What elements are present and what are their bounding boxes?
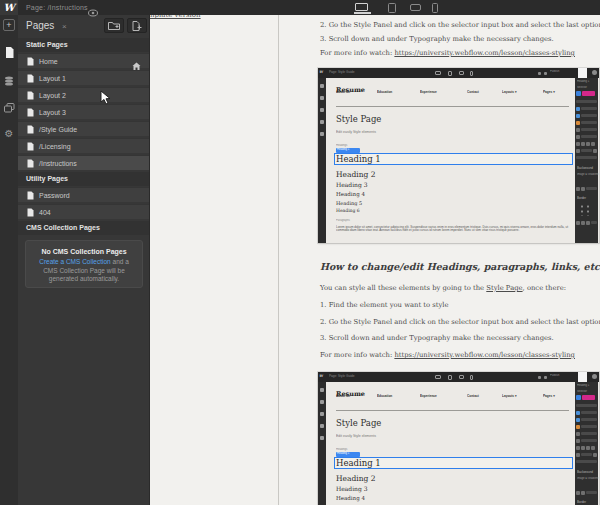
utility-pages-header: Utility Pages <box>18 172 149 186</box>
shot-paragraphs-label: Paragraphs <box>336 219 350 222</box>
page-item-layout3[interactable]: Layout 3 <box>18 104 149 119</box>
shot-export-icon <box>538 72 541 75</box>
pages-panel-icon[interactable] <box>3 46 15 58</box>
page-icon <box>27 142 34 151</box>
cms-empty-body: Create a CMS Collection and a CMS Collec… <box>26 258 142 284</box>
top-bar: W Page: /Instructions <box>0 0 600 15</box>
shot-top-bar: W Page: Style Guide Publish <box>318 372 599 382</box>
shot-canvas: Resume About Me Education Experience Con… <box>326 78 575 243</box>
shot-style-panel: Heading 1 Selector Background Image & Gr… <box>575 382 598 505</box>
webflow-logo[interactable]: W <box>0 0 18 15</box>
new-page-button[interactable] <box>127 18 147 33</box>
shot-heading-3: Heading 3 <box>336 181 368 188</box>
left-toolbar: + ⚙ <box>0 15 18 505</box>
shot-heading-1: Heading 1 <box>336 458 381 468</box>
page-item-password[interactable]: Password <box>18 187 149 202</box>
shot-left-toolbar <box>318 382 326 505</box>
shot-image-gradient-label: Image & Gradient <box>577 477 598 480</box>
shot-image-gradient-label: Image & Gradient <box>577 173 598 176</box>
screenshot-content: W Page: Style Guide Publish Resume <box>318 372 599 505</box>
style-page-link[interactable]: Style Page <box>486 284 522 292</box>
page-icon <box>27 208 34 217</box>
mouse-cursor <box>100 90 112 110</box>
create-cms-collection-link[interactable]: Create a CMS Collection <box>39 258 111 265</box>
pages-panel-title: Pages <box>26 20 54 31</box>
shot-class-chip <box>582 395 595 400</box>
shot-export-icon <box>538 376 541 379</box>
new-folder-button[interactable] <box>104 18 124 33</box>
shot-background-label: Background <box>577 166 593 169</box>
add-element-icon[interactable]: + <box>3 19 15 31</box>
shot-heading-5: Heading 5 <box>336 200 362 206</box>
doc-step-3: 3. Scroll down and under Typography make… <box>320 334 554 342</box>
cms-database-icon[interactable] <box>3 75 15 87</box>
page-item-licensing[interactable]: /Licensing <box>18 138 149 153</box>
phone-portrait-breakpoint-icon[interactable] <box>432 3 438 13</box>
doc-step-1: 1. Find the element you want to style <box>320 301 449 309</box>
doc-step-2-top: 2. Go the Style Panel and click on the s… <box>320 21 600 29</box>
lesson-link-2[interactable]: https://university.webflow.com/lesson/cl… <box>394 351 575 359</box>
shot-canvas: Resume About Me Education Experience Con… <box>326 382 575 505</box>
screenshot-content: W Page: Style Guide Publish Resume <box>318 68 599 243</box>
shot-selected-element: Heading 1 <box>577 384 589 387</box>
shot-heading-4: Heading 4 <box>336 495 365 501</box>
page-icon <box>27 108 34 117</box>
doc-heading: How to change/edit Headings, paragraphs,… <box>320 261 600 272</box>
page-item-instructions[interactable]: /Instructions <box>18 155 149 170</box>
shot-selector-label: Selector <box>577 86 587 89</box>
shot-lorem-text: Lorem ipsum dolor sit amet, consectetur … <box>336 225 568 232</box>
shot-breadcrumb: Page: Style Guide <box>329 70 354 73</box>
shot-publish-label: Publish <box>550 70 559 73</box>
doc-step-2: 2. Go the Style Panel and click on the s… <box>320 318 600 326</box>
page-icon <box>27 191 34 200</box>
shot-webflow-logo: W <box>319 69 323 74</box>
shot-top-bar: W Page: Style Guide Publish <box>318 68 599 78</box>
page-item-home[interactable]: Home <box>18 53 149 68</box>
shot-phone-portrait-icon <box>470 375 473 380</box>
shot-publish-label: Publish <box>550 374 559 377</box>
shot-selector-label: Selector <box>577 390 587 393</box>
pages-panel: Pages × Static Pages Home Layout 1 Layou… <box>18 15 150 505</box>
shot-heading-6: Heading 6 <box>336 208 360 213</box>
preview-eye-icon[interactable] <box>88 3 98 21</box>
close-icon[interactable]: × <box>62 22 67 31</box>
page-breadcrumb[interactable]: Page: /Instructions <box>26 4 88 11</box>
shot-share-icon <box>544 376 547 379</box>
static-pages-header: Static Pages <box>18 38 149 52</box>
shot-phone-portrait-icon <box>470 71 473 76</box>
shot-topbar-right-icons: Publish <box>538 374 573 381</box>
shot-page-title: Style Page <box>336 114 381 124</box>
shot-border-label: Border <box>577 500 586 503</box>
shot-settings-tab-icon <box>592 70 597 75</box>
page-icon <box>27 91 34 100</box>
settings-gear-icon[interactable]: ⚙ <box>3 127 15 139</box>
column-divider <box>278 15 279 505</box>
shot-phone-landscape-icon <box>459 71 464 75</box>
shot-desktop-icon <box>435 71 441 75</box>
assets-icon[interactable] <box>3 102 15 114</box>
cms-pages-header: CMS Collection Pages <box>18 221 149 235</box>
embedded-screenshot-1: W Page: Style Guide Publish Resume <box>318 68 599 243</box>
cms-empty-state: No CMS Collection Pages Create a CMS Col… <box>25 240 143 288</box>
embedded-screenshot-2: W Page: Style Guide Publish Resume <box>318 372 599 505</box>
page-item-layout1[interactable]: Layout 1 <box>18 70 149 85</box>
shot-headings-label: Headings <box>336 144 347 147</box>
shot-divider <box>336 410 569 411</box>
desktop-breakpoint-icon[interactable] <box>355 3 368 11</box>
shot-divider <box>336 106 569 107</box>
shot-heading-1: Heading 1 <box>336 154 381 164</box>
page-item-style-guide[interactable]: /Style Guide <box>18 121 149 136</box>
phone-landscape-breakpoint-icon[interactable] <box>410 4 421 11</box>
tablet-breakpoint-icon[interactable] <box>388 3 396 13</box>
page-icon <box>27 125 34 134</box>
shot-headings-label: Headings <box>336 448 347 451</box>
shot-background-label: Background <box>577 470 593 473</box>
page-item-404[interactable]: 404 <box>18 204 149 219</box>
shot-style-tab-icon <box>578 68 587 78</box>
shot-share-icon <box>544 72 547 75</box>
lesson-link[interactable]: https://university.webflow.com/lesson/cl… <box>394 49 575 57</box>
shot-heading-4: Heading 4 <box>336 191 365 197</box>
page-item-layout2[interactable]: Layout 2 <box>18 87 149 102</box>
pages-panel-header: Pages × <box>18 15 149 38</box>
shot-tablet-icon <box>448 71 452 76</box>
